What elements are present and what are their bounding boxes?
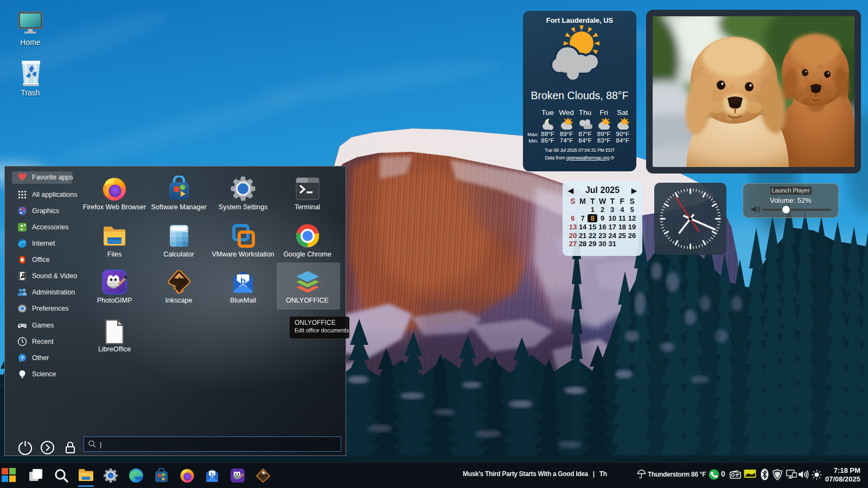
svg-text:?: ? [21,355,24,361]
svg-text:b: b [210,472,214,478]
